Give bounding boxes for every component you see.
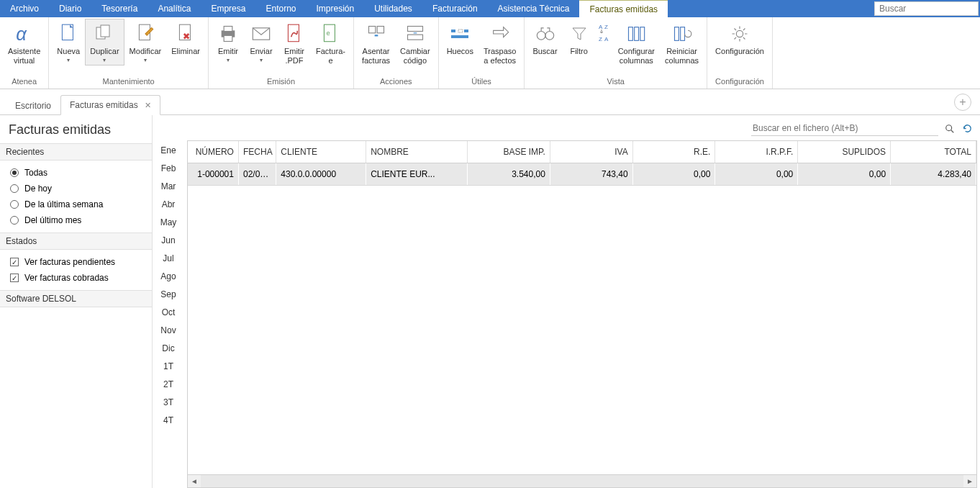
month-ene[interactable]: Ene [160, 145, 176, 155]
svg-rect-7 [224, 27, 232, 32]
filter-hoy[interactable]: De hoy [0, 181, 152, 196]
menu-impresion[interactable]: Impresión [306, 0, 364, 17]
col-numero[interactable]: NÚMERO [188, 141, 238, 163]
doc-edit-icon [134, 22, 157, 45]
scroll-left-icon[interactable]: ◄ [188, 475, 201, 487]
month-mar[interactable]: Mar [161, 181, 176, 191]
month-ago[interactable]: Ago [160, 271, 176, 281]
data-grid[interactable]: NÚMERO FECHA CLIENTE NOMBRE BASE IMP. IV… [187, 140, 977, 475]
emitir-pdf-button[interactable]: Emitir .PDF [278, 19, 311, 68]
configuracion-button[interactable]: Configuración [710, 19, 769, 58]
close-icon[interactable]: ✕ [145, 101, 151, 109]
month-abr[interactable]: Abr [162, 199, 176, 209]
check-pendientes[interactable]: ✓Ver facturas pendientes [0, 254, 152, 270]
section-recientes: Recientes [0, 143, 152, 161]
configurar-columnas-button[interactable]: Configurar columnas [613, 19, 660, 68]
sort-button[interactable]: AZZA [596, 19, 613, 50]
file-search-input[interactable] [751, 121, 938, 136]
buscar-button[interactable]: Buscar [527, 19, 562, 58]
col-iva[interactable]: IVA [550, 141, 632, 163]
svg-point-21 [537, 32, 545, 40]
horizontal-scrollbar[interactable]: ◄ ► [187, 475, 977, 488]
svg-text:A: A [604, 36, 609, 42]
menu-tesoreria[interactable]: Tesorería [91, 0, 148, 17]
month-1t[interactable]: 1T [163, 361, 173, 371]
month-dic[interactable]: Dic [162, 343, 174, 353]
printer-icon [217, 22, 240, 45]
month-sep[interactable]: Sep [160, 289, 176, 299]
col-re[interactable]: R.E. [632, 141, 715, 163]
menu-analitica[interactable]: Analítica [148, 0, 201, 17]
asentar-facturas-button[interactable]: Asentar facturas [357, 19, 395, 68]
add-tab-button[interactable]: + [954, 94, 971, 111]
month-jun[interactable]: Jun [161, 235, 175, 245]
scroll-right-icon[interactable]: ► [963, 475, 976, 487]
month-nov[interactable]: Nov [160, 325, 176, 335]
filter-todas[interactable]: Todas [0, 165, 152, 181]
month-3t[interactable]: 3T [163, 397, 173, 407]
month-4t[interactable]: 4T [163, 415, 173, 425]
nueva-button[interactable]: Nueva ▾ [52, 19, 85, 65]
refresh-icon[interactable] [961, 123, 973, 135]
menu-utilidades[interactable]: Utilidades [364, 0, 422, 17]
emitir-button[interactable]: Emitir ▾ [212, 19, 245, 65]
facturae-button[interactable]: e Factura- e [311, 19, 350, 68]
enviar-button[interactable]: Enviar ▾ [245, 19, 278, 65]
menu-facturacion[interactable]: Facturación [422, 0, 488, 17]
filter-semana[interactable]: De la última semana [0, 196, 152, 212]
menu-facturas-emitidas[interactable]: Facturas emitidas [579, 0, 668, 17]
traspaso-efectos-button[interactable]: Traspaso a efectos [478, 19, 521, 68]
month-oct[interactable]: Oct [162, 307, 176, 317]
svg-rect-3 [101, 25, 109, 37]
svg-rect-27 [629, 27, 633, 41]
menu-entorno[interactable]: Entorno [255, 0, 306, 17]
table-row[interactable]: 1-000001 02/05/... 430.0.0.00000 CLIENTE… [188, 163, 976, 186]
modificar-button[interactable]: Modificar ▾ [124, 19, 167, 65]
tab-escritorio[interactable]: Escritorio [6, 96, 60, 115]
duplicar-button[interactable]: Duplicar ▾ [85, 19, 124, 65]
svg-point-22 [545, 32, 554, 40]
search-icon[interactable] [944, 123, 956, 135]
col-fecha[interactable]: FECHA [238, 141, 276, 163]
global-search-input[interactable] [874, 1, 979, 16]
filtro-button[interactable]: Filtro [563, 19, 596, 58]
menu-empresa[interactable]: Empresa [201, 0, 255, 17]
asistente-virtual-button[interactable]: α Asistente virtual [3, 19, 45, 68]
month-2t[interactable]: 2T [163, 379, 173, 389]
svg-rect-8 [224, 35, 232, 41]
svg-rect-15 [407, 27, 422, 32]
huecos-button[interactable]: Huecos [442, 19, 478, 58]
month-feb[interactable]: Feb [161, 163, 176, 173]
doc-delete-icon [174, 22, 197, 45]
col-irpf[interactable]: I.R.P.F. [715, 141, 798, 163]
svg-rect-19 [464, 30, 468, 32]
ribbon-group-acciones: Asentar facturas Cambiar código Acciones [354, 17, 439, 89]
cambiar-codigo-button[interactable]: Cambiar código [395, 19, 435, 68]
menu-asistencia[interactable]: Asistencia Técnica [488, 0, 580, 17]
sidebar-footer: Software DELSOL [0, 290, 152, 307]
tab-facturas-emitidas[interactable]: Facturas emitidas ✕ [60, 95, 160, 115]
columns-config-icon [625, 22, 648, 45]
page-title: Facturas emitidas [0, 115, 152, 143]
table-area: NÚMERO FECHA CLIENTE NOMBRE BASE IMP. IV… [184, 115, 980, 488]
filter-mes[interactable]: Del último mes [0, 212, 152, 228]
col-nombre[interactable]: NOMBRE [366, 141, 468, 163]
ribbon-group-utiles: Huecos Traspaso a efectos Útiles [439, 17, 525, 89]
eliminar-button[interactable]: Eliminar [166, 19, 205, 58]
svg-rect-29 [640, 27, 645, 41]
svg-rect-14 [377, 27, 384, 33]
col-suplidos[interactable]: SUPLIDOS [798, 141, 891, 163]
menu-diario[interactable]: Diario [49, 0, 91, 17]
svg-rect-28 [635, 27, 639, 41]
month-may[interactable]: May [160, 217, 177, 227]
sort-icon: AZZA [598, 22, 611, 45]
menu-archivo[interactable]: Archivo [0, 0, 49, 17]
ribbon: α Asistente virtual Atenea Nueva ▾ Dupli… [0, 17, 980, 89]
col-total[interactable]: TOTAL [891, 141, 976, 163]
reiniciar-columnas-button[interactable]: Reiniciar columnas [660, 19, 704, 68]
col-cliente[interactable]: CLIENTE [276, 141, 366, 163]
check-cobradas[interactable]: ✓Ver facturas cobradas [0, 270, 152, 286]
col-base[interactable]: BASE IMP. [468, 141, 550, 163]
month-jul[interactable]: Jul [163, 253, 173, 263]
svg-point-33 [946, 125, 952, 130]
